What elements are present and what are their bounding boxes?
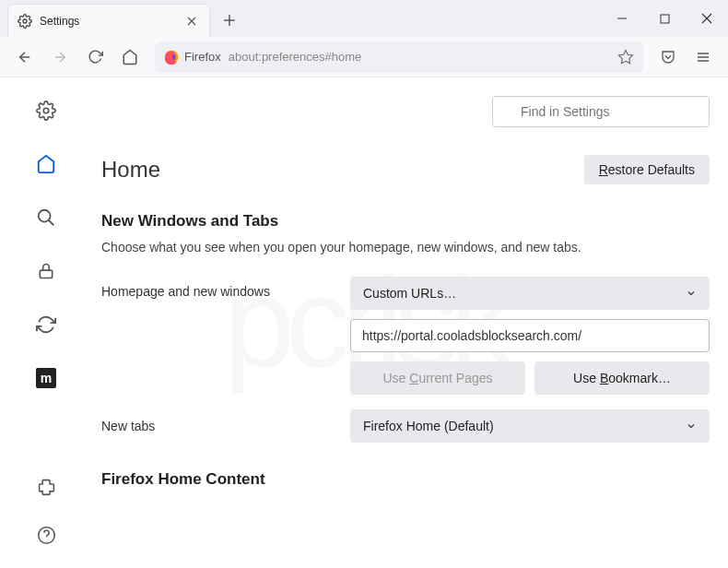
use-current-pages-button[interactable]: Use Current Pages xyxy=(350,361,525,395)
save-to-pocket-button[interactable] xyxy=(652,41,684,73)
settings-sidebar: m xyxy=(0,77,92,568)
svg-rect-1 xyxy=(661,15,669,23)
tab-settings[interactable]: Settings xyxy=(7,4,210,37)
reload-button[interactable] xyxy=(79,41,111,73)
svg-marker-13 xyxy=(619,50,633,63)
sidebar-general[interactable] xyxy=(31,96,61,125)
back-button[interactable] xyxy=(9,41,41,73)
use-bookmark-button[interactable]: Use Bookmark… xyxy=(534,361,710,395)
toolbar: Firefox about:preferences#home xyxy=(0,37,728,77)
sidebar-search[interactable] xyxy=(31,203,61,232)
svg-point-17 xyxy=(43,108,49,113)
gear-icon xyxy=(18,14,32,29)
chevron-down-icon xyxy=(686,288,697,299)
url-text: about:preferences#home xyxy=(229,50,362,64)
home-button[interactable] xyxy=(114,41,146,73)
svg-line-19 xyxy=(49,220,54,226)
identity-box[interactable]: Firefox xyxy=(164,50,221,65)
maximize-button[interactable] xyxy=(643,0,686,37)
new-tabs-label: New tabs xyxy=(101,419,313,433)
homepage-mode-select[interactable]: Custom URLs… xyxy=(350,277,710,310)
new-tabs-value: Firefox Home (Default) xyxy=(363,419,494,433)
sidebar-home[interactable] xyxy=(31,149,61,179)
svg-point-18 xyxy=(39,210,51,222)
minimize-button[interactable] xyxy=(601,0,643,37)
homepage-label: Homepage and new windows xyxy=(101,277,313,299)
section-windows-tabs-desc: Choose what you see when you open your h… xyxy=(101,240,710,254)
homepage-mode-value: Custom URLs… xyxy=(363,286,456,301)
sidebar-extensions[interactable] xyxy=(31,472,61,502)
close-tab-icon[interactable] xyxy=(183,13,200,30)
sidebar-privacy[interactable] xyxy=(31,256,61,286)
url-bar[interactable]: Firefox about:preferences#home xyxy=(155,41,643,73)
sidebar-help[interactable] xyxy=(31,520,61,550)
forward-button[interactable] xyxy=(44,41,76,73)
page-title: Home xyxy=(101,157,160,183)
section-windows-tabs-title: New Windows and Tabs xyxy=(101,212,710,231)
homepage-url-input[interactable] xyxy=(350,319,710,352)
svg-point-4 xyxy=(23,19,27,23)
firefox-icon xyxy=(164,50,179,65)
app-menu-button[interactable] xyxy=(687,41,719,73)
sidebar-sync[interactable] xyxy=(31,310,61,339)
svg-rect-20 xyxy=(40,270,52,278)
chevron-down-icon xyxy=(686,420,697,432)
tab-title: Settings xyxy=(40,15,176,28)
close-window-button[interactable] xyxy=(686,0,728,37)
section-home-content-title: Firefox Home Content xyxy=(101,470,710,489)
bookmark-star-icon[interactable] xyxy=(617,49,634,65)
restore-defaults-button[interactable]: Restore Defaults xyxy=(584,155,710,184)
new-tab-button[interactable] xyxy=(216,6,243,34)
new-tabs-select[interactable]: Firefox Home (Default) xyxy=(350,409,710,443)
svg-text:m: m xyxy=(41,371,52,385)
identity-label: Firefox xyxy=(184,50,221,64)
find-in-settings-input[interactable] xyxy=(492,96,710,127)
sidebar-more-mozilla[interactable]: m xyxy=(31,363,61,393)
